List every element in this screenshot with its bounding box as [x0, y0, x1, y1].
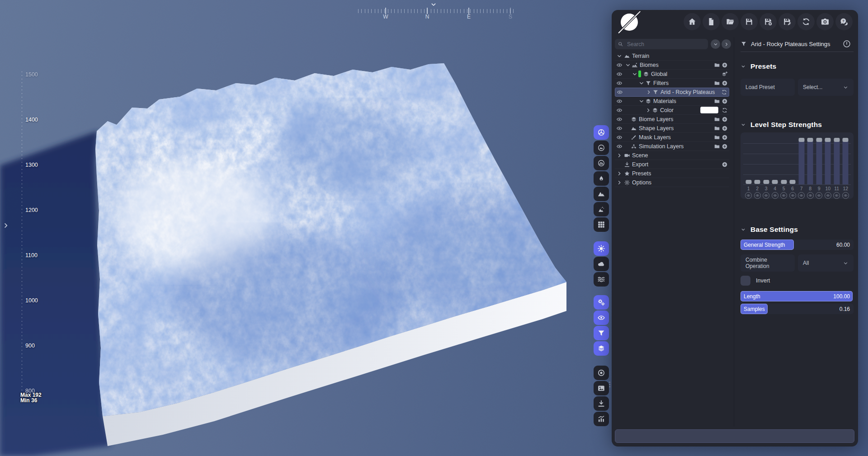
- samples-slider[interactable]: Samples 0.16: [741, 304, 854, 314]
- chevron-down-icon[interactable]: [616, 53, 623, 59]
- level-eye-toggle[interactable]: [772, 192, 778, 199]
- chevron-right-icon[interactable]: [646, 89, 652, 95]
- tool-layers-button[interactable]: [594, 341, 609, 356]
- tree-row[interactable]: Shape Layers: [615, 124, 729, 133]
- tool-snapshot-button[interactable]: [594, 381, 609, 395]
- chevron-right-icon[interactable]: [616, 152, 623, 159]
- tree-row[interactable]: Color: [615, 106, 729, 115]
- level-eye-toggle[interactable]: [842, 192, 849, 199]
- visibility-eye-icon[interactable]: [616, 107, 623, 113]
- slider-handle[interactable]: [772, 180, 778, 184]
- level-step-slider[interactable]: [788, 138, 797, 185]
- chevron-right-icon[interactable]: [645, 107, 651, 113]
- level-eye-toggle[interactable]: [789, 192, 796, 199]
- tree-row[interactable]: Scene: [615, 151, 729, 160]
- slider-handle[interactable]: [781, 180, 787, 184]
- folder-icon[interactable]: [714, 116, 720, 122]
- new-file-button[interactable]: [703, 13, 720, 30]
- tool-navigation-ball-button[interactable]: [594, 125, 609, 140]
- visibility-eye-icon[interactable]: [616, 143, 623, 150]
- screenshot-button[interactable]: [816, 13, 834, 30]
- add-icon[interactable]: [722, 134, 728, 141]
- color-swatch[interactable]: [700, 107, 718, 113]
- level-step-slider[interactable]: [815, 138, 824, 185]
- visibility-eye-icon[interactable]: [616, 71, 623, 77]
- base-section-header[interactable]: Base Settings: [741, 226, 798, 234]
- tree-row[interactable]: Biomes: [615, 61, 729, 70]
- chevron-down-icon[interactable]: [625, 62, 631, 68]
- slider-handle[interactable]: [834, 138, 840, 142]
- add-icon[interactable]: [722, 161, 728, 168]
- slider-handle[interactable]: [745, 180, 751, 184]
- length-slider[interactable]: Length 100.00: [741, 291, 854, 301]
- add-icon[interactable]: [722, 62, 728, 68]
- tool-water-button[interactable]: [594, 272, 609, 287]
- level-step-slider[interactable]: [806, 138, 815, 185]
- tool-clouds-button[interactable]: [594, 257, 609, 271]
- level-eye-toggle[interactable]: [816, 192, 822, 199]
- tree-row[interactable]: Simulation Layers: [615, 142, 729, 151]
- tool-filters-button[interactable]: [594, 326, 609, 340]
- add-icon[interactable]: [722, 98, 728, 104]
- stack-plus-icon[interactable]: [722, 71, 728, 77]
- slider-handle[interactable]: [825, 138, 831, 142]
- level-eye-toggle[interactable]: [763, 192, 769, 199]
- help-button[interactable]: [835, 13, 853, 30]
- tool-export-download-button[interactable]: [594, 396, 609, 411]
- levels-section-header[interactable]: Level Step Strengths: [741, 121, 822, 129]
- save-edit-button[interactable]: [778, 13, 796, 30]
- tool-visibility-button[interactable]: [594, 310, 609, 325]
- home-button[interactable]: [684, 13, 701, 30]
- folder-icon[interactable]: [714, 125, 720, 132]
- panel-resize-handle[interactable]: •••: [609, 381, 610, 388]
- tree-row[interactable]: Arid - Rocky Plateaus: [615, 88, 729, 97]
- app-logo[interactable]: [619, 12, 639, 32]
- chevron-down-icon[interactable]: [632, 71, 638, 77]
- expand-left-panel-button[interactable]: [2, 221, 10, 230]
- visibility-eye-icon[interactable]: [616, 62, 623, 68]
- folder-icon[interactable]: [714, 98, 720, 104]
- tool-mountain-shape-button[interactable]: [594, 187, 609, 201]
- folder-icon[interactable]: [714, 80, 720, 86]
- folder-icon[interactable]: [714, 62, 720, 68]
- level-eye-toggle[interactable]: [780, 192, 787, 199]
- sync-icon[interactable]: [721, 89, 727, 95]
- level-eye-toggle[interactable]: [825, 192, 831, 199]
- level-eye-toggle[interactable]: [798, 192, 805, 199]
- visibility-eye-icon[interactable]: [616, 80, 623, 86]
- level-eye-toggle[interactable]: [745, 192, 752, 199]
- visibility-eye-icon[interactable]: [616, 125, 623, 132]
- folder-icon[interactable]: [714, 143, 720, 150]
- visibility-eye-icon[interactable]: [617, 89, 623, 95]
- expand-all-button[interactable]: [722, 39, 731, 49]
- level-step-slider[interactable]: [824, 138, 833, 185]
- tool-grid-view-button[interactable]: [594, 217, 609, 232]
- search-input[interactable]: [626, 41, 696, 48]
- regenerate-button[interactable]: [797, 13, 815, 30]
- visibility-eye-icon[interactable]: [616, 98, 623, 104]
- tool-record-button[interactable]: [594, 366, 609, 380]
- add-icon[interactable]: [722, 80, 728, 86]
- slider-handle[interactable]: [807, 138, 813, 142]
- tree-row[interactable]: Materials: [615, 97, 729, 106]
- level-eye-toggle[interactable]: [833, 192, 840, 199]
- tree-row[interactable]: Export: [615, 160, 729, 169]
- disable-filter-button[interactable]: [840, 37, 854, 51]
- level-eye-toggle[interactable]: [754, 192, 761, 199]
- tool-terrain-sphere-button[interactable]: [594, 141, 609, 155]
- visibility-eye-icon[interactable]: [616, 134, 623, 141]
- chevron-down-icon[interactable]: [638, 98, 645, 104]
- compass[interactable]: WNES: [358, 2, 515, 22]
- add-icon[interactable]: [722, 143, 728, 150]
- folder-icon[interactable]: [714, 134, 720, 141]
- combine-operation-select[interactable]: All: [798, 254, 854, 272]
- level-step-slider[interactable]: [841, 138, 850, 185]
- invert-checkbox[interactable]: [741, 276, 750, 286]
- load-preset-select[interactable]: Select...: [798, 79, 854, 96]
- add-icon[interactable]: [722, 116, 728, 122]
- save-as-new-button[interactable]: [760, 13, 777, 30]
- slider-handle[interactable]: [790, 180, 796, 184]
- tool-terrain-detail-button[interactable]: [594, 202, 609, 216]
- level-step-slider[interactable]: [797, 138, 806, 185]
- tool-sun-lighting-button[interactable]: [594, 241, 609, 256]
